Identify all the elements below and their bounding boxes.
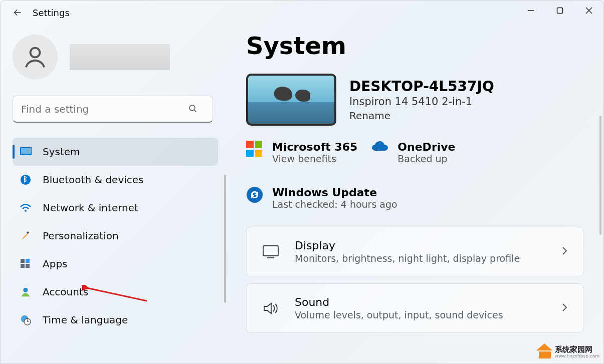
svg-point-4 (31, 48, 40, 58)
nav-label: Bluetooth & devices (43, 174, 144, 186)
apps-icon (20, 258, 32, 270)
bluetooth-icon (20, 174, 32, 186)
system-icon (20, 146, 32, 158)
page-heading: System (246, 32, 583, 60)
svg-rect-8 (21, 148, 31, 154)
card-display[interactable]: Display Monitors, brightness, night ligh… (246, 227, 583, 276)
device-summary: DESKTOP-4L537JQ Inspiron 14 5410 2-in-1 … (246, 74, 583, 126)
tile-sub: Backed up (397, 153, 455, 164)
minimize-button[interactable] (516, 1, 545, 21)
nav-item-personalization[interactable]: Personalization (13, 222, 218, 250)
card-title: Sound (295, 296, 503, 308)
nav-item-network[interactable]: Network & internet (13, 194, 218, 222)
main-scrollbar[interactable] (599, 116, 601, 235)
svg-point-5 (189, 105, 195, 111)
person-icon (20, 286, 32, 298)
maximize-button[interactable] (545, 1, 574, 21)
device-name: DESKTOP-4L537JQ (349, 78, 494, 95)
card-sound[interactable]: Sound Volume levels, output, input, soun… (246, 283, 583, 333)
svg-point-10 (25, 210, 27, 212)
rename-link[interactable]: Rename (349, 110, 494, 122)
tile-sub: View benefits (272, 153, 357, 164)
windows-update-icon (246, 186, 264, 204)
app-title: Settings (33, 8, 70, 18)
nav-label: Accounts (43, 286, 88, 298)
svg-rect-14 (21, 264, 25, 268)
nav-item-time-language[interactable]: Time & language (13, 306, 218, 334)
microsoft-logo-icon (246, 141, 264, 159)
titlebar: Settings (1, 1, 603, 25)
svg-rect-13 (26, 259, 30, 263)
tile-microsoft-365[interactable]: Microsoft 365 View benefits (246, 141, 357, 164)
user-profile[interactable] (13, 35, 218, 80)
nav-label: Time & language (43, 314, 128, 326)
svg-rect-15 (26, 264, 30, 268)
device-model: Inspiron 14 5410 2-in-1 (349, 96, 494, 108)
watermark: 系统家园网 www.hnzxhbsb.com (537, 345, 599, 358)
tile-title: OneDrive (397, 141, 455, 153)
tile-sub: Last checked: 4 hours ago (272, 199, 397, 210)
watermark-text: 系统家园网 (555, 346, 599, 353)
desktop-wallpaper-thumb (246, 74, 336, 126)
tile-onedrive[interactable]: OneDrive Backed up (371, 141, 455, 164)
search-icon (188, 104, 198, 116)
nav-label: Personalization (43, 230, 119, 242)
user-name-redacted (70, 44, 170, 70)
nav-label: Apps (43, 258, 68, 270)
onedrive-icon (371, 141, 389, 159)
avatar (13, 35, 58, 80)
svg-point-16 (23, 288, 28, 292)
chevron-right-icon (561, 302, 568, 314)
main-content: System DESKTOP-4L537JQ Inspiron 14 5410 … (226, 25, 603, 363)
chevron-right-icon (561, 246, 568, 258)
back-button[interactable] (8, 3, 28, 23)
svg-rect-1 (557, 8, 563, 14)
nav-item-system[interactable]: System (13, 138, 218, 166)
search-input[interactable] (13, 96, 213, 123)
nav-item-accounts[interactable]: Accounts (13, 278, 218, 306)
nav-label: Network & internet (43, 202, 138, 214)
nav-item-apps[interactable]: Apps (13, 250, 218, 278)
sidebar: System Bluetooth & devices Network & int… (1, 25, 226, 363)
svg-rect-12 (21, 259, 25, 263)
nav-label: System (43, 146, 80, 158)
sound-icon (262, 299, 280, 317)
tile-title: Windows Update (272, 186, 397, 199)
wifi-icon (20, 202, 32, 214)
svg-rect-22 (263, 246, 278, 256)
paintbrush-icon (20, 230, 32, 242)
card-title: Display (295, 239, 520, 252)
tile-windows-update[interactable]: Windows Update Last checked: 4 hours ago (246, 186, 583, 210)
nav-item-bluetooth[interactable]: Bluetooth & devices (13, 166, 218, 194)
card-sub: Volume levels, output, input, sound devi… (295, 309, 503, 320)
card-sub: Monitors, brightness, night light, displ… (295, 253, 520, 264)
clock-globe-icon (20, 314, 32, 326)
watermark-url: www.hnzxhbsb.com (555, 353, 599, 358)
close-button[interactable] (574, 1, 603, 21)
display-icon (262, 243, 280, 261)
svg-line-6 (194, 110, 196, 112)
nav: System Bluetooth & devices Network & int… (13, 138, 218, 334)
svg-rect-11 (27, 231, 29, 234)
house-icon (537, 345, 552, 358)
tile-title: Microsoft 365 (272, 141, 357, 153)
